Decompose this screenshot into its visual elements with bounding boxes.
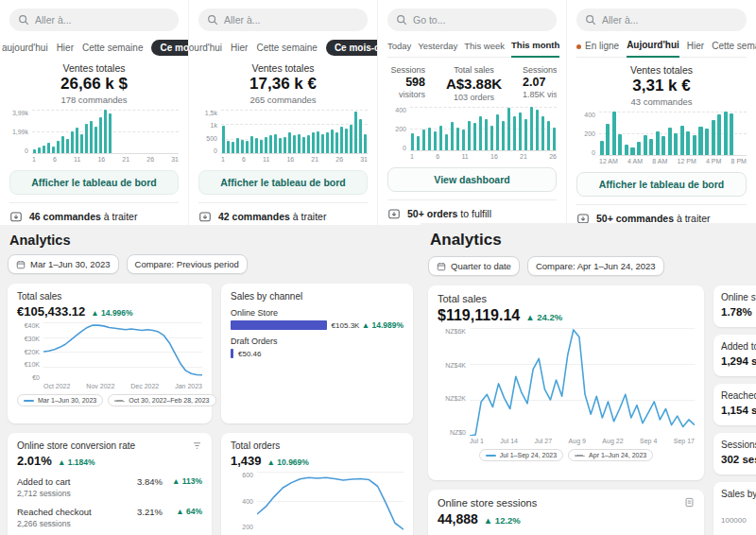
legend-current-period[interactable]: Jul 1–Sep 24, 2023 xyxy=(479,449,563,461)
card-title: Sales by channel xyxy=(231,291,404,302)
delta-up-badge: ▲ 1.184% xyxy=(58,457,95,467)
total-sales-card: Total sales $119,119.14 ▲ 24.2% NZ$6KNZ$… xyxy=(428,285,704,480)
card-title: Total orders xyxy=(231,440,404,451)
card-title: Total sales xyxy=(17,291,202,302)
orders-to-fulfill-label: 46 commandes à traiter xyxy=(29,211,137,222)
compare-picker[interactable]: Compare: Previous period xyxy=(127,254,248,274)
metric-label: Ventes totales xyxy=(9,62,179,74)
total-sales-value: €105,433.12 xyxy=(17,304,85,319)
orders-to-fulfill-label: 50+ orders to fulfill xyxy=(407,208,491,219)
legend-current-period[interactable]: Mar 1–Jun 30, 2023 xyxy=(17,394,103,406)
search-bar[interactable]: Go to... xyxy=(387,9,557,31)
store-widgets-row: Aller à... aujourd'hui Hier Cette semain… xyxy=(0,0,756,225)
tab-this-month[interactable]: This month xyxy=(511,40,559,58)
chart-legend: Jul 1–Sep 24, 2023 Apr 1–Jun 24, 2023 xyxy=(438,449,695,461)
tab-today[interactable]: Today xyxy=(387,41,411,57)
date-range-picker[interactable]: Mar 1–Jun 30, 2023 xyxy=(8,254,119,274)
tab-yesterday[interactable]: Hier xyxy=(231,43,248,53)
conversion-rate-value: 2.01% xyxy=(17,454,52,468)
dashed-line-icon xyxy=(575,455,585,457)
card-title: Online store conversion rate xyxy=(17,440,135,451)
view-dashboard-link[interactable]: View dashboard xyxy=(387,167,557,192)
tab-today[interactable]: aujourd'hui xyxy=(2,43,48,53)
clipped-cards-column: Online store conversion rate 1.78% Added… xyxy=(713,285,750,535)
legend-compare-period[interactable]: Oct 30, 2022–Feb 28, 2023 xyxy=(108,394,215,406)
orders-to-fulfill-row[interactable]: 50+ orders to fulfill xyxy=(387,199,557,220)
tab-today[interactable]: ujourd'hui xyxy=(189,43,222,53)
store-widget-3: Go to... Today Yesterday This week This … xyxy=(378,0,567,225)
search-placeholder: Aller à... xyxy=(35,14,72,26)
delta-up-badge: ▲ 24.2% xyxy=(525,312,562,322)
total-sales-metric: Ventes totales 26,66 k $ 178 commandes xyxy=(9,62,179,105)
view-dashboard-link[interactable]: Afficher le tableau de bord xyxy=(198,170,368,195)
view-dashboard-link[interactable]: Afficher le tableau de bord xyxy=(9,170,179,195)
funnel-icon[interactable] xyxy=(192,440,202,451)
total-orders-line-chart: 600400200 xyxy=(231,472,404,530)
delta-up-badge: ▲ 12.2% xyxy=(484,515,521,526)
conversion-rate-card: Online store conversion rate 2.01% ▲ 1.1… xyxy=(8,433,212,535)
sales-by-channel-card-clipped: Sales by channel 100000 xyxy=(713,482,756,535)
total-sales-value: $119,119.14 xyxy=(438,307,520,324)
sales-by-channel-card: Sales by channel Online Store €105.3K ▲ … xyxy=(221,284,413,423)
search-bar[interactable]: Aller à... xyxy=(9,9,179,31)
view-dashboard-link[interactable]: Afficher le tableau de bord xyxy=(576,172,747,197)
tab-this-month[interactable]: Ce mois-ci xyxy=(326,40,378,56)
tab-today[interactable]: Aujourd'hui xyxy=(627,40,679,58)
search-placeholder: Aller à... xyxy=(224,14,261,26)
date-range-picker[interactable]: Quarter to date xyxy=(428,256,520,276)
tab-this-week[interactable]: Cette semaine xyxy=(82,43,143,53)
orders-to-fulfill-row[interactable]: 50+ commandes à traiter xyxy=(576,204,747,225)
tab-this-week[interactable]: Cette semaine xyxy=(256,43,317,53)
compare-picker[interactable]: Compare: Apr 1–Jun 24, 2023 xyxy=(527,256,664,276)
metric-orders-count: 43 commandes xyxy=(576,96,747,107)
card-title: Total sales xyxy=(438,293,695,304)
sales-bar-chart: 3,99k1,99k0 161116212631 xyxy=(9,110,179,163)
total-orders-card: Total orders 1,439 ▲ 10.969% 600400200 xyxy=(221,433,413,535)
report-icon[interactable] xyxy=(684,497,695,508)
orders-box-icon xyxy=(387,207,401,220)
conversion-rate-card-clipped: Online store conversion rate 1.78% xyxy=(713,285,756,327)
orders-box-icon xyxy=(198,210,212,223)
added-to-cart-card-clipped: Added to cart 1,294 sessions xyxy=(713,335,756,376)
solid-line-icon xyxy=(24,400,34,402)
legend-compare-period[interactable]: Apr 1–Jun 24, 2023 xyxy=(568,449,653,461)
metric-value: 17,36 k € xyxy=(198,75,368,94)
total-orders-value: 1,439 xyxy=(231,454,262,468)
tab-yesterday[interactable]: Hier xyxy=(57,43,74,53)
solid-line-icon xyxy=(486,455,496,457)
dashed-line-icon xyxy=(114,400,125,402)
metric-value: 26,66 k $ xyxy=(9,75,179,94)
delta-up-badge: ▲ 10.969% xyxy=(267,457,309,467)
tab-this-month[interactable]: Ce mois-ci xyxy=(151,40,189,56)
channel-bar-row: €105.3K ▲ 14.989% xyxy=(231,320,404,330)
tab-this-week[interactable]: Cette semaine xyxy=(712,41,756,57)
tab-this-week[interactable]: This week xyxy=(464,41,505,57)
search-icon xyxy=(585,14,596,26)
tab-yesterday[interactable]: Hier xyxy=(687,41,704,57)
metric-orders-count: 178 commandes xyxy=(9,95,179,105)
orders-to-fulfill-row[interactable]: 46 commandes à traiter xyxy=(9,202,179,223)
tab-online[interactable]: En ligne xyxy=(576,41,619,57)
search-placeholder: Go to... xyxy=(413,14,445,26)
total-sales-metric: Ventes totales 3,31 k € 43 commandes xyxy=(576,64,747,107)
online-status-dot xyxy=(576,44,581,49)
channel-bar-row: €50.46 xyxy=(231,349,404,358)
tab-yesterday[interactable]: Yesterday xyxy=(418,41,457,57)
total-sales-stat: Total sales A$3.88K 103 orders xyxy=(425,65,523,102)
period-tabs: Today Yesterday This week This month xyxy=(387,40,557,58)
search-bar[interactable]: Aller à... xyxy=(576,9,747,31)
card-title: Online store sessions xyxy=(438,497,537,509)
search-placeholder: Aller à... xyxy=(602,14,639,26)
channel-label: Draft Orders xyxy=(231,337,404,346)
search-bar[interactable]: Aller à... xyxy=(198,9,368,31)
orders-box-icon xyxy=(9,210,23,223)
sessions-value: 44,888 xyxy=(438,511,478,526)
metric-label: Ventes totales xyxy=(576,64,747,76)
sessions-stat: Sessions 598 visitors xyxy=(387,65,425,99)
hourly-sales-bar-chart: 4002000 12 AM4 AM8 AM12 PM4 PM8 PM xyxy=(576,112,747,164)
search-icon xyxy=(18,14,29,26)
online-store-bar xyxy=(231,320,327,330)
orders-to-fulfill-row[interactable]: 42 commandes à traiter xyxy=(198,202,368,223)
filter-chips: Quarter to date Compare: Apr 1–Jun 24, 2… xyxy=(428,256,748,276)
stats-row: Sessions 598 visitors Total sales A$3.88… xyxy=(387,65,557,102)
